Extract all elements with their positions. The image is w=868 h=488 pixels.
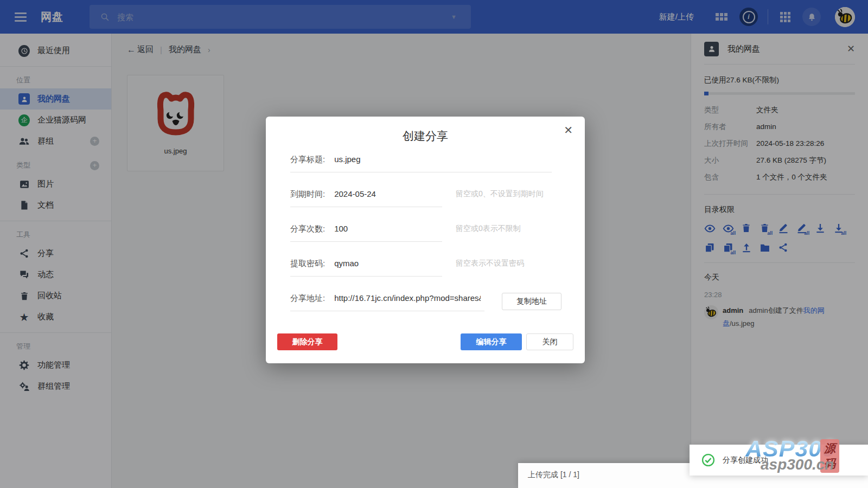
count-input[interactable]: 100 bbox=[334, 224, 348, 233]
dialog-footer: 删除分享 编辑分享 关闭 bbox=[277, 333, 573, 350]
share-url-label: 分享地址: bbox=[290, 293, 325, 304]
password-row: 提取密码: qymao bbox=[290, 259, 442, 277]
create-share-dialog: 创建分享 ✕ 分享标题: us.jpeg 到期时间: 2024-05-24 留空… bbox=[266, 117, 585, 363]
share-title-row: 分享标题: us.jpeg bbox=[290, 155, 552, 172]
success-toast-text: 分享创建成功 bbox=[723, 455, 768, 465]
password-input[interactable]: qymao bbox=[334, 259, 359, 268]
count-hint: 留空或0表示不限制 bbox=[456, 224, 521, 234]
success-check-icon bbox=[701, 453, 715, 467]
password-hint: 留空表示不设置密码 bbox=[456, 259, 524, 268]
edit-share-button[interactable]: 编辑分享 bbox=[461, 333, 522, 350]
expire-hint: 留空或0、不设置到期时间 bbox=[456, 189, 544, 199]
expire-input[interactable]: 2024-05-24 bbox=[334, 189, 376, 198]
share-url-input[interactable]: http://16.71jc.cn/index.php?mod=shares&s… bbox=[334, 293, 481, 303]
expire-row: 到期时间: 2024-05-24 bbox=[290, 189, 442, 207]
count-row: 分享次数: 100 bbox=[290, 224, 442, 242]
dialog-close-icon[interactable]: ✕ bbox=[564, 124, 573, 137]
expire-label: 到期时间: bbox=[290, 189, 325, 200]
app-root: 网盘 ▼ 新建/上传 i 最近使用 位置 我的网盘 企 企业猫源码网 bbox=[0, 0, 868, 488]
password-label: 提取密码: bbox=[290, 259, 325, 269]
share-title-label: 分享标题: bbox=[290, 155, 325, 165]
count-label: 分享次数: bbox=[290, 224, 325, 234]
copy-url-button[interactable]: 复制地址 bbox=[502, 293, 561, 310]
success-toast: 分享创建成功 bbox=[690, 445, 868, 476]
upload-complete-text: 上传完成 [1 / 1] bbox=[528, 470, 579, 479]
share-title-input[interactable]: us.jpeg bbox=[334, 155, 360, 164]
close-dialog-button[interactable]: 关闭 bbox=[526, 333, 573, 350]
dialog-title: 创建分享 bbox=[266, 129, 585, 144]
share-url-row: 分享地址: http://16.71jc.cn/index.php?mod=sh… bbox=[290, 293, 484, 311]
delete-share-button[interactable]: 删除分享 bbox=[277, 333, 337, 350]
